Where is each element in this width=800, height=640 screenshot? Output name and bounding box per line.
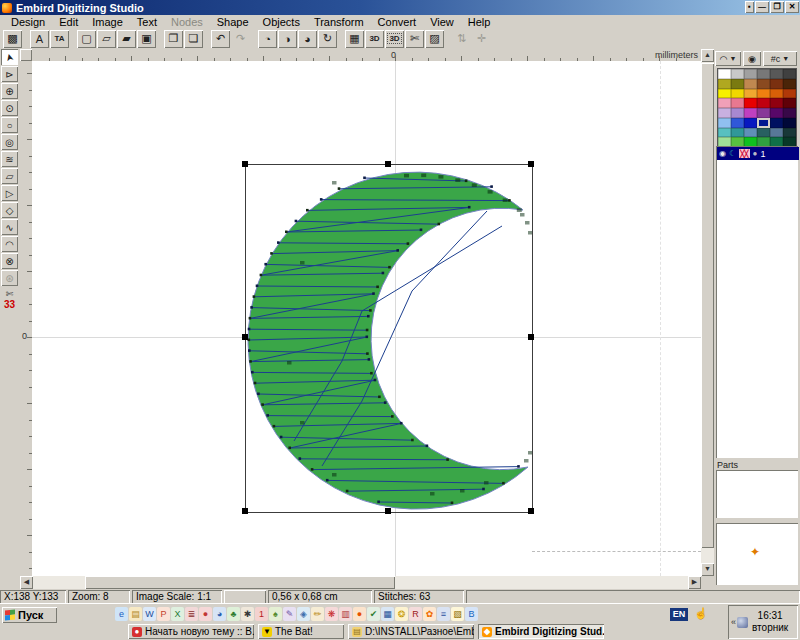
- regenerate-button[interactable]: ↻: [318, 30, 337, 48]
- palette-swatch[interactable]: [757, 69, 770, 79]
- palette-swatch[interactable]: [744, 79, 757, 89]
- palette-swatch[interactable]: [731, 98, 744, 108]
- view-3d-grid-button[interactable]: 3D: [385, 30, 404, 48]
- visibility-eye-icon[interactable]: ◉: [719, 147, 726, 160]
- palette-swatch[interactable]: [757, 128, 770, 138]
- task-button-2[interactable]: ▼The Bat!: [258, 624, 344, 639]
- task-button-3[interactable]: ▤D:\INSTALL\Разное\Embird: [348, 624, 474, 639]
- quick-launch-icon-8[interactable]: ◕: [213, 607, 226, 621]
- palette-swatch[interactable]: [757, 118, 770, 128]
- menu-view[interactable]: View: [423, 16, 461, 28]
- quick-launch-icon-24[interactable]: ≡: [437, 607, 450, 621]
- palette-swatch[interactable]: [744, 89, 757, 99]
- palette-swatch[interactable]: [744, 118, 757, 128]
- palette-swatch[interactable]: [718, 108, 731, 118]
- menu-objects[interactable]: Objects: [256, 16, 307, 28]
- palette-swatch[interactable]: [783, 128, 796, 138]
- close-button[interactable]: ✕: [785, 1, 799, 13]
- quick-launch-icon-13[interactable]: ✎: [283, 607, 296, 621]
- palette-swatch[interactable]: [731, 128, 744, 138]
- quick-launch-icon-1[interactable]: e: [115, 607, 128, 621]
- language-indicator[interactable]: EN: [670, 608, 688, 621]
- quick-launch-icon-14[interactable]: ◈: [297, 607, 310, 621]
- thread-spool-button[interactable]: ◉: [743, 51, 761, 66]
- zoom-actual-tool[interactable]: ⊙: [1, 100, 18, 116]
- selection-rectangle[interactable]: [245, 164, 533, 513]
- selection-handle[interactable]: [385, 508, 391, 514]
- design-canvas[interactable]: [32, 61, 701, 576]
- quick-launch-icon-17[interactable]: ▥: [339, 607, 352, 621]
- menu-text[interactable]: Text: [130, 16, 164, 28]
- palette-swatch[interactable]: [718, 79, 731, 89]
- palette-swatch[interactable]: [770, 128, 783, 138]
- start-button[interactable]: Пуск: [2, 607, 57, 623]
- quick-launch-icon-15[interactable]: ✏: [311, 607, 324, 621]
- palette-swatch[interactable]: [744, 69, 757, 79]
- quick-launch-icon-16[interactable]: ❋: [325, 607, 338, 621]
- palette-swatch[interactable]: [783, 98, 796, 108]
- text-art-button[interactable]: TA: [50, 30, 69, 48]
- palette-swatch[interactable]: [731, 118, 744, 128]
- task-button-4[interactable]: ◆Embird Digitizing Stud...: [478, 624, 604, 639]
- quick-launch-icon-9[interactable]: ♣: [227, 607, 240, 621]
- menu-help[interactable]: Help: [461, 16, 498, 28]
- palette-swatch[interactable]: [770, 98, 783, 108]
- palette-swatch[interactable]: [770, 69, 783, 79]
- import-button[interactable]: ▰: [117, 30, 136, 48]
- tray-app-icon[interactable]: [737, 617, 748, 628]
- palette-swatch[interactable]: [783, 108, 796, 118]
- quick-launch-icon-5[interactable]: X: [171, 607, 184, 621]
- selection-handle[interactable]: [242, 508, 248, 514]
- minimize-button[interactable]: —: [755, 1, 769, 13]
- undo-button[interactable]: ↶: [211, 30, 230, 48]
- palette-swatch[interactable]: [744, 128, 757, 138]
- outline-shape-tool[interactable]: ◎: [1, 134, 18, 150]
- edit-nodes-tool[interactable]: ⊳: [1, 66, 18, 82]
- palette-swatch[interactable]: [744, 108, 757, 118]
- palette-swatch[interactable]: [770, 89, 783, 99]
- clock-time[interactable]: 16:31: [758, 610, 783, 621]
- save-button[interactable]: ▣: [137, 30, 156, 48]
- quick-launch-icon-22[interactable]: R: [409, 607, 422, 621]
- canvas-hscrollbar[interactable]: ◀ ▶: [20, 576, 701, 589]
- palette-swatch[interactable]: [757, 79, 770, 89]
- quick-launch-icon-2[interactable]: ▤: [129, 607, 142, 621]
- selection-handle[interactable]: [385, 161, 391, 167]
- view-3d-button[interactable]: 3D: [365, 30, 384, 48]
- tray-chevron-icon[interactable]: «: [731, 617, 736, 627]
- text-button[interactable]: A: [30, 30, 49, 48]
- arc-tool[interactable]: ◠: [1, 236, 18, 252]
- palette-swatch[interactable]: [731, 79, 744, 89]
- title-bar[interactable]: Embird Digitizing Studio ▪ — ❐ ✕: [0, 0, 800, 15]
- scroll-down-button[interactable]: ▼: [701, 563, 714, 576]
- selection-handle[interactable]: [528, 508, 534, 514]
- palette-swatch[interactable]: [783, 89, 796, 99]
- quick-launch-icon-23[interactable]: ✿: [423, 607, 436, 621]
- selection-handle[interactable]: [242, 334, 248, 340]
- quick-launch-icon-12[interactable]: ♠: [269, 607, 282, 621]
- palette-swatch[interactable]: [718, 118, 731, 128]
- scroll-up-button[interactable]: ▲: [701, 49, 714, 62]
- palette-swatch[interactable]: [770, 118, 783, 128]
- quick-launch-icon-20[interactable]: ▦: [381, 607, 394, 621]
- menu-image[interactable]: Image: [85, 16, 130, 28]
- palette-swatch[interactable]: [731, 89, 744, 99]
- scroll-left-button[interactable]: ◀: [20, 576, 33, 589]
- fill-shape-tool[interactable]: ○: [1, 117, 18, 133]
- palette-swatch[interactable]: [770, 108, 783, 118]
- freehand-tool[interactable]: ◇: [1, 202, 18, 218]
- quick-launch-icon-10[interactable]: ✱: [241, 607, 254, 621]
- stitch-editor-button[interactable]: ✄: [405, 30, 424, 48]
- menu-edit[interactable]: Edit: [52, 16, 85, 28]
- delete-shape-tool[interactable]: ⊗: [1, 253, 18, 269]
- quick-launch-icon-19[interactable]: ✔: [367, 607, 380, 621]
- menu-transform[interactable]: Transform: [307, 16, 371, 28]
- scroll-right-button[interactable]: ▶: [688, 576, 701, 589]
- quick-launch-icon-4[interactable]: P: [157, 607, 170, 621]
- hscroll-thumb[interactable]: [85, 576, 395, 589]
- palette-swatch[interactable]: [783, 118, 796, 128]
- palette-swatch[interactable]: [757, 89, 770, 99]
- objects-list[interactable]: ◉ ☾ ╳╳ ● 1: [716, 146, 798, 458]
- compensation-button[interactable]: ◕: [298, 30, 317, 48]
- palette-swatch[interactable]: [718, 89, 731, 99]
